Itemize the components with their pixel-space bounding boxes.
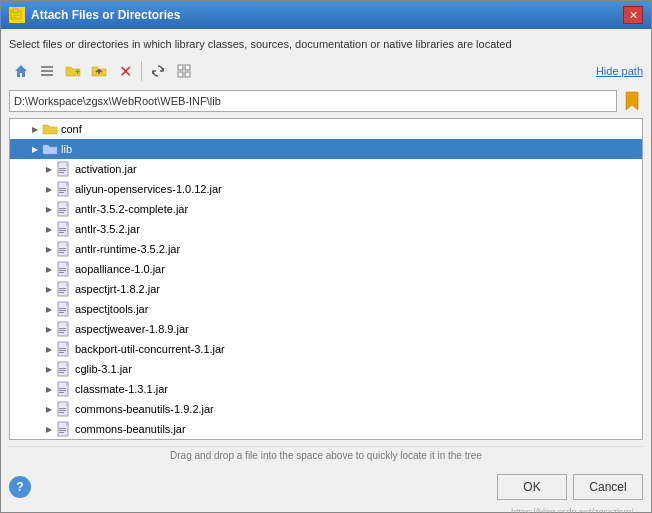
svg-rect-34 bbox=[59, 268, 66, 269]
jar-icon bbox=[56, 161, 72, 177]
svg-rect-64 bbox=[59, 412, 64, 413]
chevron-collapsed-icon[interactable]: ▶ bbox=[28, 122, 42, 136]
svg-rect-31 bbox=[59, 250, 66, 251]
toolbar-separator-1 bbox=[141, 61, 142, 81]
chevron-collapsed-icon[interactable]: ▶ bbox=[42, 402, 56, 416]
tree-item[interactable]: ▶lib bbox=[10, 139, 642, 159]
svg-rect-66 bbox=[59, 428, 66, 429]
tree-item[interactable]: ▶antlr-3.5.2-complete.jar bbox=[10, 199, 642, 219]
title-controls: ✕ bbox=[623, 6, 643, 24]
svg-rect-48 bbox=[59, 332, 64, 333]
tree-item[interactable]: ▶classmate-1.3.1.jar bbox=[10, 379, 642, 399]
tree-container[interactable]: ▶conf▶lib▶activation.jar▶aliyun-openserv… bbox=[9, 118, 643, 440]
chevron-collapsed-icon[interactable]: ▶ bbox=[42, 162, 56, 176]
tree-item[interactable]: ▶aspectjrt-1.8.2.jar bbox=[10, 279, 642, 299]
svg-rect-44 bbox=[59, 312, 64, 313]
title-bar-left: Attach Files or Directories bbox=[9, 7, 180, 23]
jar-icon bbox=[56, 341, 72, 357]
svg-rect-6 bbox=[41, 70, 53, 72]
chevron-expanded-icon[interactable]: ▶ bbox=[28, 142, 42, 156]
chevron-collapsed-icon[interactable]: ▶ bbox=[42, 322, 56, 336]
tree-item[interactable]: ▶antlr-3.5.2.jar bbox=[10, 219, 642, 239]
home-button[interactable] bbox=[9, 60, 33, 82]
tree-item[interactable]: ▶commons-beanutils.jar bbox=[10, 419, 642, 439]
svg-rect-28 bbox=[59, 232, 64, 233]
svg-rect-51 bbox=[59, 350, 66, 351]
hide-path-button[interactable]: Hide path bbox=[596, 65, 643, 77]
svg-rect-2 bbox=[13, 13, 19, 14]
chevron-collapsed-icon[interactable]: ▶ bbox=[42, 182, 56, 196]
chevron-collapsed-icon[interactable]: ▶ bbox=[42, 382, 56, 396]
tree-item-label: activation.jar bbox=[75, 163, 638, 175]
tree-item[interactable]: ▶aliyun-openservices-1.0.12.jar bbox=[10, 179, 642, 199]
jar-icon bbox=[56, 281, 72, 297]
svg-rect-42 bbox=[59, 308, 66, 309]
refresh-button[interactable] bbox=[146, 60, 170, 82]
chevron-collapsed-icon[interactable]: ▶ bbox=[42, 242, 56, 256]
svg-rect-16 bbox=[59, 172, 64, 173]
tree-item[interactable]: ▶activation.jar bbox=[10, 159, 642, 179]
svg-rect-32 bbox=[59, 252, 64, 253]
jar-icon bbox=[56, 261, 72, 277]
tree-item[interactable]: ▶aspectjweaver-1.8.9.jar bbox=[10, 319, 642, 339]
ok-button[interactable]: OK bbox=[497, 474, 567, 500]
tree-item-label: aspectjweaver-1.8.9.jar bbox=[75, 323, 638, 335]
tree-item[interactable]: ▶aspectjtools.jar bbox=[10, 299, 642, 319]
description-text: Select files or directories in which lib… bbox=[9, 37, 643, 52]
list-button[interactable] bbox=[35, 60, 59, 82]
chevron-collapsed-icon[interactable]: ▶ bbox=[42, 282, 56, 296]
chevron-collapsed-icon[interactable]: ▶ bbox=[42, 222, 56, 236]
cancel-button[interactable]: Cancel bbox=[573, 474, 643, 500]
help-button[interactable]: ? bbox=[9, 476, 31, 498]
collapse-button[interactable] bbox=[172, 60, 196, 82]
tree-item-label: classmate-1.3.1.jar bbox=[75, 383, 638, 395]
tree-item-label: cglib-3.1.jar bbox=[75, 363, 638, 375]
svg-rect-19 bbox=[59, 190, 66, 191]
jar-icon bbox=[56, 301, 72, 317]
svg-rect-15 bbox=[59, 170, 66, 171]
jar-icon bbox=[56, 321, 72, 337]
chevron-collapsed-icon[interactable]: ▶ bbox=[42, 362, 56, 376]
title-bar: Attach Files or Directories ✕ bbox=[1, 1, 651, 29]
tree-item[interactable]: ▶backport-util-concurrent-3.1.jar bbox=[10, 339, 642, 359]
tree-item-label: aspectjrt-1.8.2.jar bbox=[75, 283, 638, 295]
chevron-collapsed-icon[interactable]: ▶ bbox=[42, 302, 56, 316]
svg-rect-26 bbox=[59, 228, 66, 229]
parent-folder-button[interactable] bbox=[87, 60, 111, 82]
tree-item-label: commons-beanutils-1.9.2.jar bbox=[75, 403, 638, 415]
svg-rect-47 bbox=[59, 330, 66, 331]
tree-item-label: lib bbox=[61, 143, 638, 155]
tree-item[interactable]: ▶aopalliance-1.0.jar bbox=[10, 259, 642, 279]
jar-icon bbox=[56, 421, 72, 437]
svg-rect-5 bbox=[41, 66, 53, 68]
svg-rect-35 bbox=[59, 270, 66, 271]
path-input[interactable] bbox=[9, 90, 617, 112]
svg-rect-46 bbox=[59, 328, 66, 329]
bookmark-icon[interactable] bbox=[621, 90, 643, 112]
tree-item[interactable]: ▶conf bbox=[10, 119, 642, 139]
tree-item[interactable]: ▶commons-beanutils-1.9.2.jar bbox=[10, 399, 642, 419]
tree-item-label: commons-beanutils.jar bbox=[75, 423, 638, 435]
svg-rect-12 bbox=[185, 72, 190, 77]
watermark: https://blog.csdn.net/zgsxzlsm/... bbox=[9, 506, 643, 513]
delete-button[interactable]: ✕ bbox=[113, 60, 137, 82]
chevron-collapsed-icon[interactable]: ▶ bbox=[42, 422, 56, 436]
footer-buttons: OK Cancel bbox=[497, 474, 643, 500]
chevron-collapsed-icon[interactable]: ▶ bbox=[42, 342, 56, 356]
new-folder-button[interactable]: + bbox=[61, 60, 85, 82]
window-title: Attach Files or Directories bbox=[31, 8, 180, 22]
chevron-collapsed-icon[interactable]: ▶ bbox=[42, 262, 56, 276]
svg-rect-7 bbox=[41, 74, 53, 76]
svg-rect-62 bbox=[59, 408, 66, 409]
chevron-collapsed-icon[interactable]: ▶ bbox=[42, 202, 56, 216]
tree-item[interactable]: ▶cglib-3.1.jar bbox=[10, 359, 642, 379]
tree-item-label: antlr-3.5.2.jar bbox=[75, 223, 638, 235]
tree-item[interactable]: ▶antlr-runtime-3.5.2.jar bbox=[10, 239, 642, 259]
svg-rect-24 bbox=[59, 212, 64, 213]
tree-item-label: aopalliance-1.0.jar bbox=[75, 263, 638, 275]
svg-rect-54 bbox=[59, 368, 66, 369]
jar-icon bbox=[56, 361, 72, 377]
drag-hint: Drag and drop a file into the space abov… bbox=[9, 446, 643, 464]
jar-icon bbox=[56, 181, 72, 197]
close-button[interactable]: ✕ bbox=[623, 6, 643, 24]
